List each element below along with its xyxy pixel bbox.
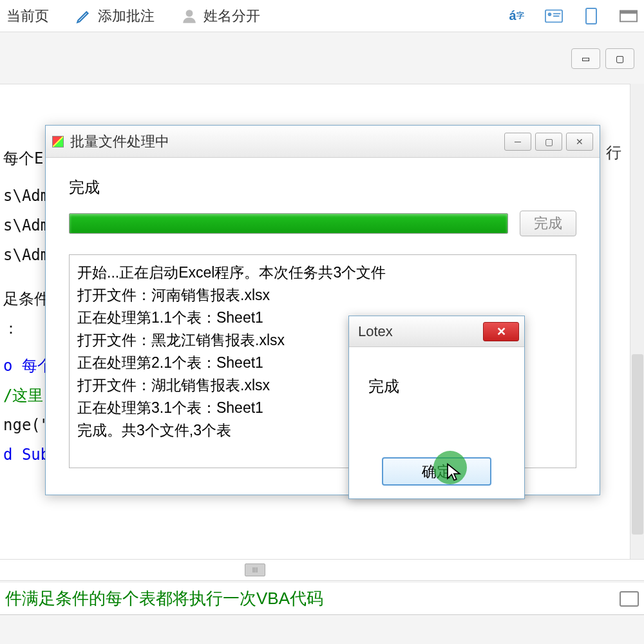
app-icon <box>52 136 64 147</box>
close-button[interactable]: ✕ <box>566 133 593 151</box>
pencil-icon <box>75 7 93 25</box>
svg-rect-4 <box>553 15 559 17</box>
code-line: 足条件 <box>3 290 50 308</box>
code-right-snip: 行 <box>606 142 621 163</box>
az-sort-icon[interactable]: á字 <box>507 7 526 25</box>
top-toolbar: 当前页 添加批注 姓名分开 á字 <box>0 0 644 32</box>
status-text: 件满足条件的每个表都将执行一次VBA代码 <box>5 587 323 610</box>
outer-window-controls: ▭ ▢ <box>571 48 634 69</box>
svg-rect-3 <box>553 13 560 14</box>
close-icon: ✕ <box>497 325 506 339</box>
scroll-thumb[interactable]: III <box>245 564 265 576</box>
minimize-button[interactable]: ─ <box>504 133 531 151</box>
dialog-titlebar[interactable]: 批量文件处理中 ─ ▢ ✕ <box>46 126 600 158</box>
card-icon[interactable] <box>545 7 563 25</box>
lotex-close-button[interactable]: ✕ <box>483 322 519 341</box>
add-annotation-label: 添加批注 <box>98 6 155 26</box>
progress-bar <box>69 213 508 234</box>
lotex-message: 完成 <box>362 376 511 397</box>
maximize-button[interactable]: ▢ <box>535 133 562 151</box>
device-icon[interactable] <box>582 7 600 25</box>
prev-page-label: 当前页 <box>6 6 49 26</box>
horizontal-scrollbar[interactable]: III <box>0 559 644 581</box>
add-annotation-button[interactable]: 添加批注 <box>75 6 155 26</box>
done-button[interactable]: 完成 <box>520 211 576 236</box>
view-mode-icon[interactable] <box>620 591 639 607</box>
vertical-scrollbar[interactable] <box>630 84 644 560</box>
log-line: 开始...正在启动Excel程序。本次任务共3个文件 <box>77 261 568 284</box>
lotex-dialog: Lotex ✕ 完成 确定 <box>348 316 525 499</box>
lotex-titlebar[interactable]: Lotex ✕ <box>349 316 524 347</box>
log-line: 打开文件：河南销售报表.xlsx <box>77 284 568 307</box>
status-bar: 件满足条件的每个表都将执行一次VBA代码 <box>0 583 644 615</box>
svg-rect-5 <box>586 8 596 24</box>
ok-button[interactable]: 确定 <box>382 457 491 486</box>
outer-maximize-button[interactable]: ▢ <box>605 48 634 69</box>
toolbar-right-icons: á字 <box>507 7 638 25</box>
split-name-button[interactable]: 姓名分开 <box>180 6 260 26</box>
status-label: 完成 <box>69 177 576 198</box>
lotex-title: Lotex <box>358 323 393 340</box>
svg-point-0 <box>186 10 193 17</box>
dialog-title: 批量文件处理中 <box>70 132 169 151</box>
prev-page-button[interactable]: 当前页 <box>6 6 49 26</box>
scrollbar-thumb[interactable] <box>632 354 643 535</box>
split-name-label: 姓名分开 <box>204 6 260 26</box>
panel-icon[interactable] <box>620 7 638 25</box>
outer-minimize-button[interactable]: ▭ <box>571 48 600 69</box>
svg-point-2 <box>548 12 552 16</box>
person-icon <box>180 7 198 25</box>
svg-rect-7 <box>620 10 637 14</box>
